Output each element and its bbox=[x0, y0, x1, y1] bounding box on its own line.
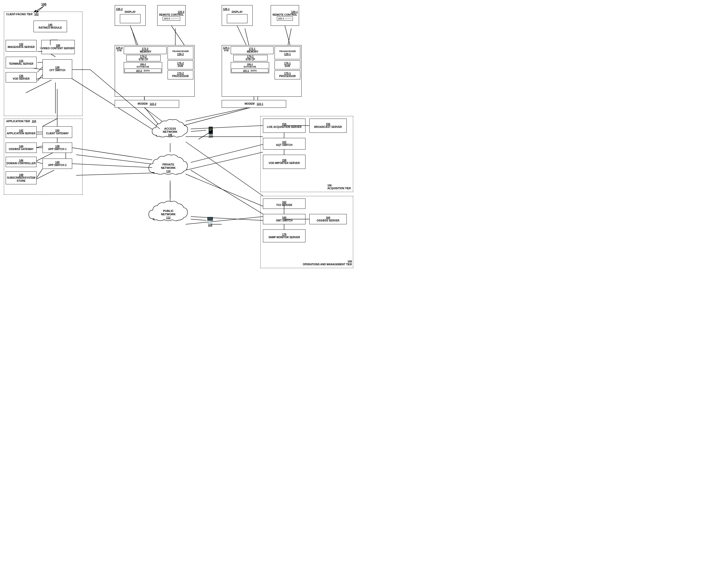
snmp-monitor-box: 178 SNMP MONITOR SERVER bbox=[263, 229, 305, 242]
client-facing-tier-label: CLIENT-FACING TIER 102 bbox=[6, 13, 39, 16]
svg-text:PUBLIC: PUBLIC bbox=[163, 209, 174, 212]
pc-icon: 🖥️ 168 bbox=[206, 217, 214, 227]
mobile-device-icon: 📱 169 bbox=[206, 126, 215, 138]
svg-line-29 bbox=[186, 217, 263, 224]
ratings-module-box: 145 RATINGS MODULE bbox=[34, 21, 67, 32]
svg-line-63 bbox=[191, 219, 206, 220]
omt-switch-box: 160 OMT SWITCH bbox=[263, 214, 305, 224]
svg-line-46 bbox=[285, 26, 290, 45]
svg-line-58 bbox=[191, 126, 263, 129]
svg-text:110: 110 bbox=[166, 170, 171, 173]
ref-100: 100 bbox=[41, 3, 46, 6]
acquisition-tier-label: 106 ACQUISITION TIER bbox=[327, 184, 351, 190]
rc-buttons-2: 121-2 ○○○○○○ bbox=[163, 17, 180, 21]
svg-line-26 bbox=[186, 142, 263, 196]
svg-line-50 bbox=[186, 108, 247, 121]
app-switch-1-box: 138 APP SWITCH 1 bbox=[43, 143, 72, 153]
svg-text:166: 166 bbox=[168, 134, 172, 136]
image-data-server-box: 132 IMAGE/DATA SERVER bbox=[6, 40, 37, 52]
vod-server-box: 136 VOD SERVER bbox=[6, 72, 37, 83]
rc-buttons-1: 121-1 ○○○○○ bbox=[277, 17, 293, 21]
modem-2-box: MODEM 122-2 bbox=[115, 100, 179, 108]
remote-control-1-box: 120-1 REMOTE CONTROL 121-1 ○○○○○ bbox=[271, 5, 299, 26]
client-gateway-box: 150 CLIENT GATEWAY bbox=[43, 126, 72, 138]
cft-switch-box: 130 CFT SWITCH bbox=[43, 59, 72, 79]
live-acquisition-box: 154 LIVE ACQUISITION SERVER bbox=[263, 119, 305, 133]
svg-text:NETWORK: NETWORK bbox=[161, 213, 176, 216]
oss-bss-gateway-box: 144 OSS/BSS GATEWAY bbox=[6, 143, 37, 153]
display-2-box: 126-2 DISPLAY bbox=[115, 5, 146, 26]
svg-line-28 bbox=[186, 174, 263, 206]
svg-text:ACCESS: ACCESS bbox=[164, 127, 176, 130]
subscriber-store-box: 148 SUBSCRIBER/SYSTEM STORE bbox=[6, 171, 37, 184]
svg-line-44 bbox=[237, 26, 246, 45]
svg-line-62 bbox=[191, 130, 206, 131]
svg-line-45 bbox=[171, 26, 184, 45]
app-switch-2-box: 140 APP SWITCH 2 bbox=[43, 159, 72, 169]
svg-line-59 bbox=[191, 144, 263, 162]
stb-1-outer-box: 124-1 STB 172-1 MEMORY 174-1 STB CP 186-… bbox=[222, 45, 302, 97]
broadcast-server-box: 156 BROADCAST SERVER bbox=[309, 119, 347, 133]
domain-controller-box: 146 DOMAIN CONTROLLER bbox=[6, 157, 37, 167]
diagram: 100 CLIENT-FACING TIER 102 145 RATINGS M… bbox=[0, 0, 364, 281]
oss-bss-server-box: 164 OSS/BSS SERVER bbox=[309, 214, 347, 224]
tv2-server-box: 162 TV2 SERVER bbox=[263, 199, 305, 209]
svg-line-60 bbox=[191, 170, 263, 214]
aqt-switch-box: 152 AQT SWITCH bbox=[263, 138, 305, 150]
svg-line-55 bbox=[72, 164, 152, 168]
stb-2-outer-box: 124-2 STB 172-2 MEMORY 174-2 STB CP 186-… bbox=[115, 45, 195, 97]
svg-line-27 bbox=[186, 152, 263, 170]
svg-line-20 bbox=[180, 107, 253, 126]
terminal-server-box: 134 TERMINAL SERVER bbox=[6, 57, 37, 68]
access-network-cloud: ACCESS NETWORK 166 bbox=[150, 117, 191, 143]
remote-control-2-box: 120-2 REMOTE CONTROL 121-2 ○○○○○○ bbox=[157, 5, 186, 26]
display-1-box: 126-1 DISPLAY bbox=[222, 5, 253, 26]
svg-text:PRIVATE: PRIVATE bbox=[162, 163, 174, 166]
vod-importer-box: 158 VOD IMPORTER SERVER bbox=[263, 155, 305, 169]
public-network-cloud: PUBLIC NETWORK 112 bbox=[146, 199, 191, 227]
private-network-cloud: PRIVATE NETWORK 110 bbox=[146, 152, 191, 180]
svg-text:NETWORK: NETWORK bbox=[163, 130, 178, 133]
video-content-server-box: 180 VIDEO CONTENT SERVER bbox=[41, 40, 75, 54]
modem-1-box: MODEM 122-1 bbox=[222, 100, 286, 108]
svg-line-61 bbox=[191, 217, 263, 220]
application-tier-label: APPLICATION TIER 104 bbox=[6, 120, 36, 123]
operations-tier-label: 108 OPERATIONS AND MANAGEMENT TIER bbox=[303, 260, 352, 266]
svg-line-54 bbox=[72, 148, 152, 160]
svg-text:112: 112 bbox=[166, 216, 171, 219]
svg-line-43 bbox=[130, 26, 138, 45]
application-server-box: 142 APPLICATION SERVER bbox=[6, 126, 37, 138]
svg-text:NETWORK: NETWORK bbox=[161, 166, 176, 169]
